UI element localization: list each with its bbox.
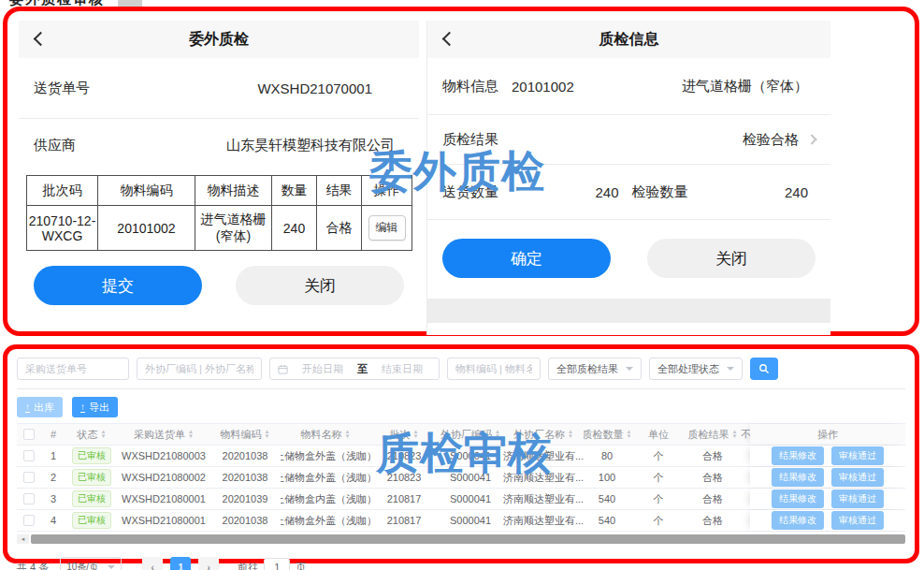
watermark-qc-review: 质检审核 [376, 431, 552, 475]
sort-icon[interactable]: ▲▼ [732, 430, 738, 439]
row-checkbox[interactable] [23, 472, 35, 483]
panel-header: 质检信息 [427, 21, 830, 58]
chevron-down-icon [727, 367, 734, 371]
horizontal-scrollbar: ◂ [17, 534, 905, 544]
date-start-placeholder: 开始日期 [294, 362, 352, 376]
stock-out-button[interactable]: ↑ 出库 [17, 397, 63, 417]
upload-icon: ↑ [25, 402, 30, 413]
status-badge: 已审核 [72, 512, 111, 529]
clipped-window-title: 委外质检审核 [9, 0, 150, 7]
table-row: 4 已审核 WXSHD21080001 20201038 上储物盒外盖（浅咖） … [17, 510, 905, 532]
sort-icon[interactable]: ▲▼ [265, 430, 270, 439]
scrollbar-thumb[interactable] [31, 534, 905, 544]
col-material-code: 物料编码 [98, 176, 195, 206]
field-value: WXSHD21070001 [257, 80, 372, 96]
back-icon[interactable] [442, 32, 457, 47]
confirm-button[interactable]: 确定 [442, 239, 611, 278]
modify-result-button[interactable]: 结果修改 [772, 511, 824, 530]
field-value: 检验合格 [743, 131, 799, 149]
process-status-select[interactable]: 全部处理状态 [649, 358, 743, 380]
back-icon[interactable] [34, 32, 49, 47]
select-all-checkbox[interactable] [23, 429, 35, 440]
approve-button[interactable]: 审核通过 [831, 490, 884, 508]
filter-bar: 开始日期 至 结束日期 全部质检结果 全部处理状态 [17, 358, 905, 389]
calendar-icon [278, 364, 288, 374]
sort-icon[interactable]: ▲▼ [188, 430, 194, 439]
col-qty: 数量 [272, 176, 317, 206]
material-code: 20101002 [512, 79, 574, 95]
panel-header: 委外质检 [19, 21, 419, 58]
table-row: 3 已审核 WXSHD21080001 20201039 上储物盒内盖（浅咖） … [17, 489, 905, 510]
panel-outsourced-qc: 委外质检 送货单号 WXSHD21070001 供应商 山东昊轩模塑科技有限公司… [19, 21, 419, 331]
close-button[interactable]: 关闭 [236, 266, 404, 305]
row-checkbox[interactable] [23, 493, 35, 504]
goto-suffix: 页 [296, 561, 306, 570]
prev-page-button[interactable]: ‹ [142, 557, 163, 570]
scroll-left-icon[interactable]: ◂ [17, 534, 29, 544]
sort-icon[interactable]: ▲▼ [101, 430, 107, 439]
material-name: 进气道格栅（窄体） [682, 78, 808, 95]
export-button[interactable]: ↑ 导出 [72, 397, 118, 417]
upload-icon: ↑ [80, 402, 85, 413]
cell-batch: 210710-12-WXCG [27, 206, 98, 251]
toolbar: ↑ 出库 ↑ 导出 [17, 397, 905, 417]
next-page-button[interactable]: › [198, 557, 219, 570]
total-count: 共 4 条 [17, 561, 49, 570]
row-checkbox[interactable] [23, 515, 35, 526]
close-button[interactable]: 关闭 [647, 239, 816, 278]
modify-result-button[interactable]: 结果修改 [772, 446, 824, 465]
delivery-qty: 240 [595, 184, 618, 200]
cell-material-desc: 进气道格栅(窄体) [195, 206, 272, 251]
sort-icon[interactable]: ▲▼ [568, 430, 573, 439]
cell-result: 合格 [317, 206, 362, 251]
cell-material-code: 20101002 [98, 206, 195, 251]
approve-button[interactable]: 审核通过 [831, 468, 884, 487]
search-button[interactable] [750, 358, 778, 380]
col-batch: 批次码 [27, 176, 98, 206]
page-title: 质检信息 [599, 30, 659, 50]
status-badge: 已审核 [72, 469, 111, 486]
chevron-down-icon [626, 367, 633, 371]
vendor-input[interactable] [137, 358, 262, 380]
col-actions: 操作 [750, 424, 905, 445]
purchase-delivery-no-input[interactable] [17, 358, 129, 380]
approve-button[interactable]: 审核通过 [831, 446, 884, 465]
watermark-outsourced-qc: 委外质检 [369, 150, 545, 193]
date-range-picker[interactable]: 开始日期 至 结束日期 [269, 358, 440, 380]
modify-result-button[interactable]: 结果修改 [772, 490, 824, 508]
qc-result-select[interactable]: 全部质检结果 [548, 358, 642, 380]
material-info-row: 物料信息 20101002 进气道格栅（窄体） [427, 58, 830, 114]
goto-page-input[interactable] [264, 558, 290, 570]
truncated-column: 不 [739, 424, 750, 445]
status-badge: 已审核 [72, 447, 111, 464]
goto-label: 前往 [238, 561, 258, 570]
table-row: 210710-12-WXCG 20101002 进气道格栅(窄体) 240 合格… [27, 206, 412, 251]
field-label: 送货单号 [34, 80, 90, 97]
material-input[interactable] [447, 358, 541, 380]
inspection-items-table: 批次码 物料编码 物料描述 数量 结果 操作 210710-12-WXCG 20… [26, 175, 412, 251]
date-end-placeholder: 结束日期 [373, 362, 431, 376]
inspect-qty: 240 [785, 184, 808, 200]
submit-button[interactable]: 提交 [34, 266, 202, 305]
field-label: 质检结果 [442, 131, 498, 149]
panel-footer-bar [427, 299, 830, 323]
col-seq: # [41, 424, 65, 445]
chevron-right-icon [806, 134, 816, 144]
sort-icon[interactable]: ▲▼ [345, 430, 351, 439]
field-label: 物料信息 [442, 78, 498, 95]
modify-result-button[interactable]: 结果修改 [772, 468, 824, 487]
chevron-down-icon [108, 565, 115, 569]
date-to-label: 至 [357, 362, 368, 376]
edit-button[interactable]: 编辑 [368, 215, 406, 241]
page-size-select[interactable]: 10条/页 [60, 557, 122, 570]
page-1-button[interactable]: 1 [170, 557, 191, 570]
status-badge: 已审核 [72, 490, 111, 507]
col-material-desc: 物料描述 [195, 176, 272, 206]
supplier-row: 供应商 山东昊轩模塑科技有限公司 [19, 119, 419, 171]
search-icon [758, 363, 770, 374]
page-title: 委外质检 [189, 30, 249, 50]
cell-qty: 240 [272, 206, 317, 251]
approve-button[interactable]: 审核通过 [831, 511, 884, 530]
field-label: 检验数量 [632, 183, 688, 201]
row-checkbox[interactable] [23, 450, 35, 461]
